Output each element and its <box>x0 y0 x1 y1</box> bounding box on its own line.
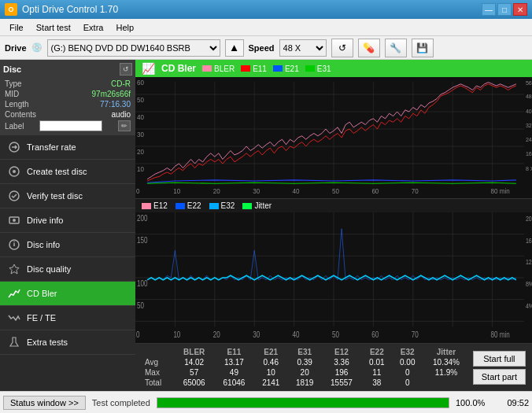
e12-legend-color <box>142 203 151 209</box>
label-input[interactable] <box>39 120 102 131</box>
svg-text:24 X: 24 X <box>526 136 532 143</box>
total-jitter <box>423 378 470 388</box>
svg-text:10: 10 <box>173 187 180 195</box>
total-e31: 1819 <box>288 378 322 388</box>
svg-text:56 X: 56 X <box>526 79 532 87</box>
svg-text:10: 10 <box>137 165 144 173</box>
verify-test-disc-icon <box>8 190 20 202</box>
disc-info-icon <box>8 238 20 251</box>
bottom-chart: 200 150 100 50 20% 16% 12% 8% 4% 10 20 3… <box>135 212 532 344</box>
e11-legend-color <box>241 65 250 72</box>
svg-text:0: 0 <box>136 330 139 340</box>
total-e12: 15557 <box>322 378 362 388</box>
start-full-button[interactable]: Start full <box>473 351 526 367</box>
bottom-legend: E12 E22 E32 Jitter <box>135 199 532 212</box>
tools-button[interactable]: 🔧 <box>385 39 407 57</box>
progress-bar-fill <box>157 398 449 407</box>
charts-area: 60 50 40 30 20 10 10 20 30 40 50 60 70 8… <box>135 77 532 344</box>
svg-text:10: 10 <box>173 330 180 340</box>
svg-text:50: 50 <box>332 187 339 195</box>
drive-label: Drive <box>5 43 27 53</box>
fe-te-icon <box>8 312 20 324</box>
sidebar-item-disc-info[interactable]: Disc info <box>0 233 135 257</box>
jitter-legend-label: Jitter <box>254 201 272 210</box>
avg-e22: 0.01 <box>361 357 392 367</box>
contents-value: audio <box>112 110 131 119</box>
settings-button[interactable]: 💊 <box>358 39 380 57</box>
sidebar-item-verify-test-disc[interactable]: Verify test disc <box>0 184 135 208</box>
avg-e31: 0.39 <box>288 357 322 367</box>
sidebar-item-create-test-disc[interactable]: Create test disc <box>0 160 135 184</box>
svg-text:60: 60 <box>371 330 379 340</box>
menu-file[interactable]: File <box>3 21 30 34</box>
start-part-button[interactable]: Start part <box>473 369 526 385</box>
sidebar-item-transfer-rate[interactable]: Transfer rate <box>0 135 135 160</box>
app-icon: O <box>5 3 17 16</box>
sidebar-menu: Transfer rate Create test disc Verify te… <box>0 135 135 391</box>
menu-extra[interactable]: Extra <box>77 21 110 34</box>
type-value: CD-R <box>111 79 131 88</box>
status-percent: 100.0% <box>456 398 491 407</box>
cd-bler-label: CD Bler <box>27 289 57 298</box>
verify-test-disc-label: Verify test disc <box>27 191 83 201</box>
drive-select[interactable]: (G:) BENQ DVD DD DW1640 BSRB <box>47 39 220 57</box>
svg-text:48 X: 48 X <box>526 93 532 100</box>
svg-text:16 X: 16 X <box>526 150 532 157</box>
col-header-bler: BLER <box>174 347 214 357</box>
max-e21: 10 <box>254 367 288 378</box>
sidebar-item-cd-bler[interactable]: CD Bler <box>0 282 135 306</box>
svg-text:30: 30 <box>253 330 260 340</box>
top-chart: 60 50 40 30 20 10 10 20 30 40 50 60 70 8… <box>135 77 532 199</box>
svg-text:70: 70 <box>412 187 419 195</box>
menu-help[interactable]: Help <box>109 21 140 34</box>
svg-text:0: 0 <box>136 187 140 195</box>
max-e32: 0 <box>392 367 423 378</box>
app-title: Opti Drive Control 1.70 <box>22 4 118 15</box>
speed-select[interactable]: 48 X <box>279 39 327 57</box>
menu-start-test[interactable]: Start test <box>30 21 77 34</box>
svg-text:20: 20 <box>137 148 144 156</box>
avg-jitter: 10.34% <box>423 357 470 367</box>
e31-legend-label: E31 <box>317 65 331 73</box>
status-window-button[interactable]: Status window >> <box>3 396 86 410</box>
e21-legend-color <box>273 65 283 72</box>
sidebar-item-drive-info[interactable]: Drive info <box>0 208 135 233</box>
svg-point-2 <box>13 170 16 173</box>
save-button[interactable]: 💾 <box>412 39 434 57</box>
svg-text:16%: 16% <box>526 236 532 245</box>
extra-tests-label: Extra tests <box>27 337 68 347</box>
label-label: Label <box>5 122 24 131</box>
table-row-total: Total 65006 61046 2141 1819 15557 38 0 <box>142 378 470 388</box>
bler-legend-label: BLER <box>214 65 235 73</box>
eject-button[interactable]: ▲ <box>225 39 244 57</box>
disc-panel: Disc ↺ Type CD-R MID 97m26s66f Length 77… <box>0 60 135 135</box>
minimize-button[interactable]: — <box>482 3 496 16</box>
mid-value: 97m26s66f <box>92 90 131 98</box>
max-label: Max <box>142 367 174 378</box>
e32-legend-color <box>209 203 219 209</box>
svg-text:70: 70 <box>412 330 419 340</box>
svg-point-5 <box>13 219 16 222</box>
refresh-button[interactable]: ↺ <box>331 39 353 57</box>
disc-quality-label: Disc quality <box>27 264 71 274</box>
sidebar-item-extra-tests[interactable]: Extra tests <box>0 330 135 355</box>
max-e22: 11 <box>361 367 392 378</box>
sidebar-item-fe-te[interactable]: FE / TE <box>0 306 135 330</box>
svg-text:4%: 4% <box>526 301 532 310</box>
jitter-legend-color <box>242 203 252 209</box>
e11-legend-label: E11 <box>253 65 267 73</box>
sidebar: Disc ↺ Type CD-R MID 97m26s66f Length 77… <box>0 60 135 391</box>
col-header-empty <box>142 347 174 357</box>
bler-legend-color <box>202 65 212 72</box>
sidebar-item-disc-quality[interactable]: Disc quality <box>0 257 135 282</box>
label-edit-button[interactable]: ✏ <box>118 120 131 131</box>
close-button[interactable]: ✕ <box>513 3 527 16</box>
svg-text:50: 50 <box>137 300 144 310</box>
maximize-button[interactable]: □ <box>497 3 512 16</box>
table-buttons: Start full Start part <box>473 351 526 385</box>
status-time: 09:52 <box>497 398 529 407</box>
disc-title: Disc <box>3 65 21 74</box>
drive-bar: Drive 💿 (G:) BENQ DVD DD DW1640 BSRB ▲ S… <box>0 36 532 60</box>
avg-e32: 0.00 <box>392 357 423 367</box>
disc-refresh-button[interactable]: ↺ <box>120 63 132 76</box>
